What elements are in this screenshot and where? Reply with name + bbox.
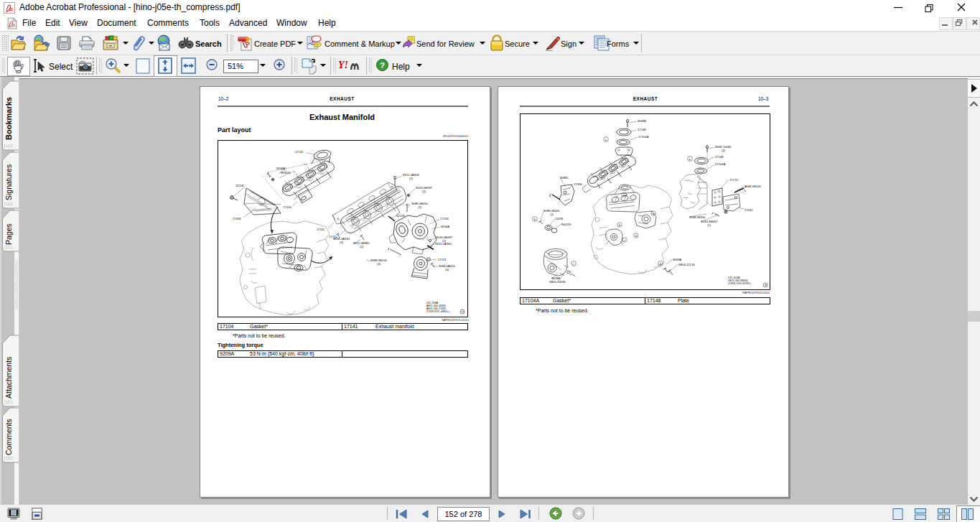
svg-text:17044: 17044 — [233, 217, 241, 220]
svg-text:(2): (2) — [550, 213, 554, 216]
svg-text:17104A: 17104A — [715, 162, 726, 166]
svg-text:?: ? — [380, 61, 385, 70]
svg-text:11493: 11493 — [555, 217, 564, 220]
svg-text:d: d — [635, 235, 637, 238]
svg-text:c: c — [573, 262, 574, 266]
svg-text:d: d — [660, 262, 661, 266]
svg-text:9206A: 9206A — [441, 225, 449, 228]
svg-text:b: b — [619, 224, 620, 227]
svg-text:32128: 32128 — [396, 214, 405, 218]
svg-text:17032: 17032 — [745, 208, 753, 212]
svg-text:17104: 17104 — [283, 205, 291, 209]
svg-text:9206A: 9206A — [276, 167, 285, 170]
svg-text:(4): (4) — [445, 268, 449, 271]
svg-text:9659A: 9659A — [673, 258, 681, 261]
svg-text:Comments: Comments — [4, 419, 13, 455]
svg-text:Pages: Pages — [4, 223, 13, 245]
svg-text:9089C: 9089C — [560, 176, 569, 180]
svg-text:(2): (2) — [360, 245, 364, 248]
svg-text:Signatures: Signatures — [4, 164, 13, 200]
svg-text:17148: 17148 — [638, 128, 646, 131]
svg-text:c: c — [624, 239, 625, 242]
svg-text:17173: 17173 — [729, 178, 738, 182]
svg-text:17111: 17111 — [317, 228, 325, 231]
svg-text:Attachments: Attachments — [4, 357, 13, 399]
svg-text:17456: 17456 — [574, 182, 582, 186]
svg-text:(2): (2) — [722, 149, 726, 152]
svg-text:e: e — [653, 213, 654, 215]
svg-text:900115: 900115 — [561, 223, 571, 226]
svg-text:(2): (2) — [409, 177, 414, 180]
svg-text:9068-08200: 9068-08200 — [689, 215, 706, 219]
svg-text:17103: 17103 — [440, 217, 449, 220]
svg-text:17148: 17148 — [715, 155, 724, 159]
svg-text:9321-0A360: 9321-0A360 — [435, 242, 452, 246]
svg-text:9069B: 9069B — [638, 119, 646, 123]
svg-text:17141: 17141 — [295, 150, 304, 154]
svg-text:Bookmarks: Bookmarks — [4, 97, 13, 140]
svg-text:(2): (2) — [418, 205, 422, 209]
svg-text:32118: 32118 — [235, 184, 244, 187]
svg-text:17104A: 17104A — [638, 135, 649, 139]
svg-text:S804-12130: S804-12130 — [678, 263, 695, 266]
svg-text:17113: 17113 — [438, 258, 447, 261]
svg-text:S800-14090: S800-14090 — [549, 280, 566, 284]
svg-text:(2): (2) — [340, 241, 344, 244]
svg-text:(1328) G/3/+90781+: (1328) G/3/+90781+ — [728, 282, 751, 285]
svg-text:11328 9/20 +6850++: 11328 9/20 +6850++ — [426, 310, 450, 313]
svg-text:(4): (4) — [377, 262, 381, 266]
svg-text:(2): (2) — [422, 190, 426, 193]
svg-text:9068-S8100: 9068-S8100 — [745, 185, 761, 188]
svg-text:90911S: 90911S — [281, 171, 291, 174]
svg-text:(1): (1) — [707, 223, 711, 227]
